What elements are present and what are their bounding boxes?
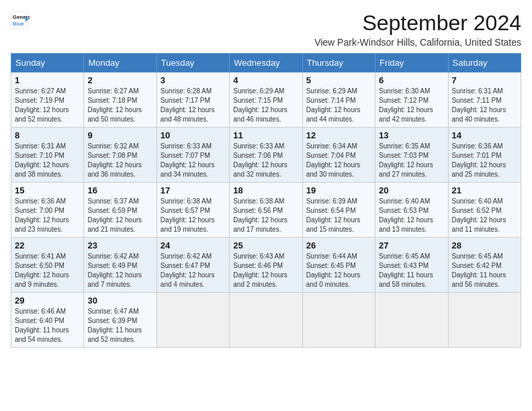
day-info: Sunrise: 6:45 AM Sunset: 6:42 PM Dayligh…: [452, 252, 517, 289]
calendar-week-1: 1Sunrise: 6:27 AM Sunset: 7:19 PM Daylig…: [11, 73, 521, 128]
day-info: Sunrise: 6:42 AM Sunset: 6:49 PM Dayligh…: [87, 252, 152, 289]
day-info: Sunrise: 6:38 AM Sunset: 6:57 PM Dayligh…: [161, 197, 226, 234]
calendar-cell: 18Sunrise: 6:38 AM Sunset: 6:56 PM Dayli…: [230, 183, 302, 238]
calendar-cell: [157, 293, 229, 348]
calendar-cell: [302, 293, 375, 348]
day-info: Sunrise: 6:31 AM Sunset: 7:10 PM Dayligh…: [15, 142, 80, 179]
calendar-cell: 5Sunrise: 6:29 AM Sunset: 7:14 PM Daylig…: [302, 73, 375, 128]
weekday-header-friday: Friday: [375, 54, 448, 73]
calendar-cell: 10Sunrise: 6:33 AM Sunset: 7:07 PM Dayli…: [157, 128, 229, 183]
calendar-cell: 28Sunrise: 6:45 AM Sunset: 6:42 PM Dayli…: [448, 238, 521, 293]
day-info: Sunrise: 6:36 AM Sunset: 7:01 PM Dayligh…: [452, 142, 517, 179]
day-number: 27: [379, 240, 444, 250]
calendar-cell: 7Sunrise: 6:31 AM Sunset: 7:11 PM Daylig…: [448, 73, 521, 128]
weekday-header-thursday: Thursday: [302, 54, 375, 73]
day-number: 20: [379, 185, 444, 195]
calendar-table: SundayMondayTuesdayWednesdayThursdayFrid…: [11, 53, 521, 348]
day-info: Sunrise: 6:46 AM Sunset: 6:40 PM Dayligh…: [15, 307, 80, 345]
day-number: 7: [452, 75, 517, 85]
day-info: Sunrise: 6:27 AM Sunset: 7:19 PM Dayligh…: [15, 87, 80, 124]
day-number: 17: [161, 185, 226, 195]
day-number: 21: [452, 185, 517, 195]
calendar-cell: 20Sunrise: 6:40 AM Sunset: 6:53 PM Dayli…: [375, 183, 448, 238]
day-info: Sunrise: 6:40 AM Sunset: 6:53 PM Dayligh…: [379, 197, 444, 234]
weekday-header-saturday: Saturday: [448, 54, 521, 73]
calendar-cell: [230, 293, 302, 348]
weekday-header-monday: Monday: [84, 54, 157, 73]
calendar-cell: 24Sunrise: 6:42 AM Sunset: 6:47 PM Dayli…: [157, 238, 229, 293]
day-info: Sunrise: 6:44 AM Sunset: 6:45 PM Dayligh…: [306, 252, 371, 289]
day-number: 19: [306, 185, 371, 195]
calendar-week-4: 22Sunrise: 6:41 AM Sunset: 6:50 PM Dayli…: [11, 238, 521, 293]
day-info: Sunrise: 6:34 AM Sunset: 7:04 PM Dayligh…: [306, 142, 371, 179]
day-info: Sunrise: 6:31 AM Sunset: 7:11 PM Dayligh…: [452, 87, 517, 124]
day-info: Sunrise: 6:27 AM Sunset: 7:18 PM Dayligh…: [87, 87, 152, 124]
day-info: Sunrise: 6:35 AM Sunset: 7:03 PM Dayligh…: [379, 142, 444, 179]
day-info: Sunrise: 6:30 AM Sunset: 7:12 PM Dayligh…: [379, 87, 444, 124]
calendar-week-5: 29Sunrise: 6:46 AM Sunset: 6:40 PM Dayli…: [11, 293, 521, 348]
calendar-cell: 16Sunrise: 6:37 AM Sunset: 6:59 PM Dayli…: [84, 183, 157, 238]
calendar-cell: 30Sunrise: 6:47 AM Sunset: 6:39 PM Dayli…: [84, 293, 157, 348]
day-info: Sunrise: 6:41 AM Sunset: 6:50 PM Dayligh…: [15, 252, 80, 289]
day-number: 13: [379, 130, 444, 140]
calendar-cell: 1Sunrise: 6:27 AM Sunset: 7:19 PM Daylig…: [11, 73, 84, 128]
day-number: 11: [233, 130, 298, 140]
calendar-cell: 13Sunrise: 6:35 AM Sunset: 7:03 PM Dayli…: [375, 128, 448, 183]
day-number: 30: [87, 295, 152, 306]
day-number: 8: [15, 130, 80, 140]
day-info: Sunrise: 6:29 AM Sunset: 7:15 PM Dayligh…: [233, 87, 298, 124]
day-info: Sunrise: 6:29 AM Sunset: 7:14 PM Dayligh…: [306, 87, 371, 124]
weekday-header-wednesday: Wednesday: [230, 54, 302, 73]
weekday-header-sunday: Sunday: [11, 54, 84, 73]
location: View Park-Windsor Hills, California, Uni…: [314, 37, 521, 48]
calendar-cell: 15Sunrise: 6:36 AM Sunset: 7:00 PM Dayli…: [11, 183, 84, 238]
calendar-cell: 23Sunrise: 6:42 AM Sunset: 6:49 PM Dayli…: [84, 238, 157, 293]
day-info: Sunrise: 6:47 AM Sunset: 6:39 PM Dayligh…: [87, 307, 152, 345]
day-info: Sunrise: 6:33 AM Sunset: 7:07 PM Dayligh…: [161, 142, 226, 179]
page-header: General Blue September 2024 View Park-Wi…: [11, 11, 521, 48]
calendar-cell: [375, 293, 448, 348]
weekday-header-row: SundayMondayTuesdayWednesdayThursdayFrid…: [11, 54, 521, 73]
calendar-cell: [448, 293, 521, 348]
day-number: 23: [87, 240, 152, 250]
logo-icon: General Blue: [11, 11, 30, 30]
calendar-cell: 11Sunrise: 6:33 AM Sunset: 7:06 PM Dayli…: [230, 128, 302, 183]
title-block: September 2024 View Park-Windsor Hills, …: [314, 11, 521, 48]
day-number: 3: [161, 75, 226, 85]
day-info: Sunrise: 6:37 AM Sunset: 6:59 PM Dayligh…: [87, 197, 152, 234]
calendar-cell: 3Sunrise: 6:28 AM Sunset: 7:17 PM Daylig…: [157, 73, 229, 128]
day-number: 25: [233, 240, 298, 250]
day-number: 18: [233, 185, 298, 195]
day-info: Sunrise: 6:33 AM Sunset: 7:06 PM Dayligh…: [233, 142, 298, 179]
calendar-cell: 4Sunrise: 6:29 AM Sunset: 7:15 PM Daylig…: [230, 73, 302, 128]
calendar-cell: 27Sunrise: 6:45 AM Sunset: 6:43 PM Dayli…: [375, 238, 448, 293]
day-info: Sunrise: 6:32 AM Sunset: 7:08 PM Dayligh…: [87, 142, 152, 179]
calendar-week-2: 8Sunrise: 6:31 AM Sunset: 7:10 PM Daylig…: [11, 128, 521, 183]
day-number: 26: [306, 240, 371, 250]
day-number: 9: [87, 130, 152, 140]
weekday-header-tuesday: Tuesday: [157, 54, 229, 73]
day-number: 5: [306, 75, 371, 85]
day-number: 14: [452, 130, 517, 140]
calendar-cell: 9Sunrise: 6:32 AM Sunset: 7:08 PM Daylig…: [84, 128, 157, 183]
day-number: 15: [15, 185, 80, 195]
calendar-cell: 17Sunrise: 6:38 AM Sunset: 6:57 PM Dayli…: [157, 183, 229, 238]
day-number: 1: [15, 75, 80, 85]
calendar-cell: 2Sunrise: 6:27 AM Sunset: 7:18 PM Daylig…: [84, 73, 157, 128]
calendar-cell: 29Sunrise: 6:46 AM Sunset: 6:40 PM Dayli…: [11, 293, 84, 348]
day-info: Sunrise: 6:28 AM Sunset: 7:17 PM Dayligh…: [161, 87, 226, 124]
calendar-cell: 19Sunrise: 6:39 AM Sunset: 6:54 PM Dayli…: [302, 183, 375, 238]
day-number: 10: [161, 130, 226, 140]
calendar-cell: 12Sunrise: 6:34 AM Sunset: 7:04 PM Dayli…: [302, 128, 375, 183]
day-info: Sunrise: 6:43 AM Sunset: 6:46 PM Dayligh…: [233, 252, 298, 289]
calendar-cell: 14Sunrise: 6:36 AM Sunset: 7:01 PM Dayli…: [448, 128, 521, 183]
day-number: 6: [379, 75, 444, 85]
day-number: 12: [306, 130, 371, 140]
calendar-cell: 22Sunrise: 6:41 AM Sunset: 6:50 PM Dayli…: [11, 238, 84, 293]
day-number: 29: [15, 295, 80, 306]
day-number: 16: [87, 185, 152, 195]
day-number: 28: [452, 240, 517, 250]
day-number: 4: [233, 75, 298, 85]
calendar-cell: 8Sunrise: 6:31 AM Sunset: 7:10 PM Daylig…: [11, 128, 84, 183]
calendar-cell: 21Sunrise: 6:40 AM Sunset: 6:52 PM Dayli…: [448, 183, 521, 238]
